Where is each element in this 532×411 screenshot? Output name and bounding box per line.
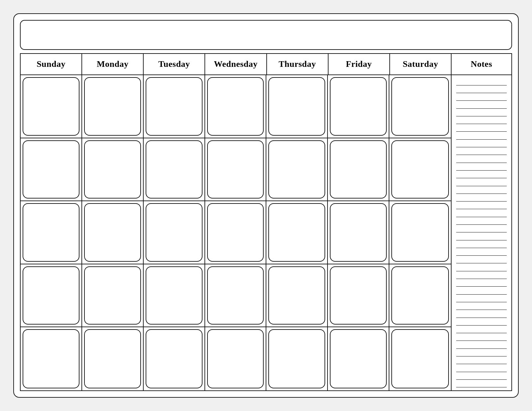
day-cell-inner[interactable] [146,203,202,262]
day-cell-inner[interactable] [391,77,449,136]
notes-line [456,109,507,116]
header-tuesday: Tuesday [144,54,205,75]
header-saturday: Saturday [390,54,452,75]
day-cell[interactable] [266,264,328,327]
day-cell[interactable] [389,264,451,327]
notes-line [456,311,507,318]
day-cell-inner[interactable] [23,140,79,199]
day-cell[interactable] [21,138,82,201]
week-row-1 [21,75,451,138]
day-cell[interactable] [144,327,205,390]
notes-line [456,248,507,256]
day-cell-inner[interactable] [391,203,449,262]
notes-line [456,202,507,209]
day-cell-inner[interactable] [146,77,202,136]
day-cell[interactable] [328,201,389,264]
day-cell-inner[interactable] [391,140,449,199]
day-cell-inner[interactable] [207,266,264,325]
day-cell-inner[interactable] [146,329,202,388]
notes-line [456,233,507,240]
day-cell[interactable] [205,138,267,201]
notes-line [456,241,507,248]
notes-line [456,365,507,372]
day-cell[interactable] [266,327,328,390]
day-cell[interactable] [205,264,267,327]
notes-line [456,264,507,271]
day-cell[interactable] [328,264,389,327]
day-cell[interactable] [21,75,82,138]
day-cell[interactable] [389,327,451,390]
day-cell[interactable] [144,201,205,264]
notes-line [456,187,507,194]
day-cell-inner[interactable] [330,203,387,262]
notes-line [456,256,507,263]
day-cell-inner[interactable] [207,77,264,136]
day-cell[interactable] [389,201,451,264]
notes-line [456,93,507,101]
day-cell[interactable] [144,138,205,201]
day-cell[interactable] [205,327,267,390]
notes-line [456,78,507,85]
day-cell[interactable] [144,264,205,327]
day-cell-inner[interactable] [84,266,141,325]
notes-line [456,380,507,387]
day-cell[interactable] [205,201,267,264]
day-cell-inner[interactable] [207,203,264,262]
notes-line [456,210,507,217]
week-row-2 [21,138,451,202]
day-cell[interactable] [328,75,389,138]
notes-line [456,101,507,109]
header-row: Sunday Monday Tuesday Wednesday Thursday… [20,53,512,75]
day-cell-inner[interactable] [84,329,141,388]
day-cell[interactable] [328,327,389,390]
notes-line [456,132,507,140]
day-cell-inner[interactable] [146,266,202,325]
notes-line [456,117,507,124]
day-cell-inner[interactable] [268,266,325,325]
day-cell[interactable] [389,75,451,138]
day-cell[interactable] [82,201,144,264]
week-row-5 [21,327,451,390]
day-cell[interactable] [266,75,328,138]
day-cell[interactable] [82,138,144,201]
day-cell[interactable] [21,264,82,327]
day-cell[interactable] [389,138,451,201]
day-cell[interactable] [328,138,389,201]
day-cell-inner[interactable] [330,140,387,199]
notes-line [456,303,507,310]
day-cell-inner[interactable] [84,140,141,199]
day-cell-inner[interactable] [268,203,325,262]
notes-line [456,163,507,171]
day-cell-inner[interactable] [330,329,387,388]
notes-column[interactable] [452,75,511,390]
day-cell-inner[interactable] [23,329,79,388]
notes-line [456,225,507,232]
day-cell[interactable] [21,201,82,264]
day-cell[interactable] [82,327,144,390]
day-cell-inner[interactable] [84,77,141,136]
day-cell-inner[interactable] [84,203,141,262]
day-cell[interactable] [205,75,267,138]
day-cell-inner[interactable] [23,266,79,325]
day-cell-inner[interactable] [391,266,449,325]
notes-line [456,318,507,326]
day-cell-inner[interactable] [23,203,79,262]
weeks-area [21,75,452,390]
day-cell-inner[interactable] [268,329,325,388]
day-cell-inner[interactable] [330,77,387,136]
day-cell-inner[interactable] [207,329,264,388]
day-cell-inner[interactable] [23,77,79,136]
day-cell[interactable] [82,264,144,327]
title-bar[interactable] [20,20,512,50]
day-cell[interactable] [266,138,328,201]
day-cell-inner[interactable] [268,77,325,136]
day-cell-inner[interactable] [207,140,264,199]
day-cell-inner[interactable] [391,329,449,388]
day-cell-inner[interactable] [146,140,202,199]
day-cell[interactable] [21,327,82,390]
day-cell-inner[interactable] [268,140,325,199]
day-cell[interactable] [266,201,328,264]
day-cell-inner[interactable] [330,266,387,325]
day-cell[interactable] [82,75,144,138]
day-cell[interactable] [144,75,205,138]
